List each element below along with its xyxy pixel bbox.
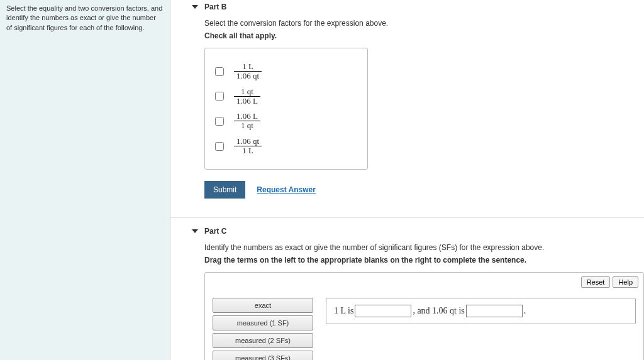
option-checkbox-1[interactable] <box>215 67 224 76</box>
part-c-title: Part C <box>204 227 226 236</box>
action-row: Submit Request Answer <box>204 181 644 199</box>
sentence-post: . <box>524 306 526 316</box>
sentence-box: 1 L is , and 1.06 qt is . <box>326 298 636 324</box>
help-button[interactable]: Help <box>613 276 638 288</box>
option-checkbox-4[interactable] <box>215 142 224 151</box>
terms-column: exact measured (1 SF) measured (2 SFs) m… <box>213 298 313 360</box>
fraction-1: 1 L 1.06 qt <box>234 62 262 81</box>
part-c-sub: Drag the terms on the left to the approp… <box>204 256 644 265</box>
reset-button[interactable]: Reset <box>581 276 611 288</box>
fraction-3: 1.06 L 1 qt <box>234 112 260 131</box>
part-c-instruction: Identify the numbers as exact or give th… <box>204 243 644 252</box>
part-b-title: Part B <box>204 3 226 11</box>
term-3sf[interactable]: measured (3 SFs) <box>213 351 313 360</box>
option-row: 1 qt 1.06 L <box>215 87 357 106</box>
part-c-header[interactable]: Part C <box>192 224 644 243</box>
sentence-pre: 1 L is <box>334 306 353 316</box>
part-b-body: Select the conversion factors for the ex… <box>192 19 644 199</box>
blank-1[interactable] <box>355 305 411 317</box>
caret-down-icon[interactable] <box>192 229 198 233</box>
part-b-sub: Check all that apply. <box>204 31 644 40</box>
term-2sf[interactable]: measured (2 SFs) <box>213 333 313 348</box>
vertical-divider <box>170 0 170 360</box>
term-1sf[interactable]: measured (1 SF) <box>213 315 313 330</box>
section-divider <box>170 217 644 218</box>
term-exact[interactable]: exact <box>213 298 313 313</box>
option-row: 1 L 1.06 qt <box>215 62 357 81</box>
option-row: 1.06 L 1 qt <box>215 112 357 131</box>
blank-2[interactable] <box>466 305 523 317</box>
part-b-instruction: Select the conversion factors for the ex… <box>204 19 644 28</box>
option-checkbox-2[interactable] <box>215 92 224 101</box>
prompt-text: Select the equality and two conversion f… <box>6 4 162 31</box>
drag-area: Reset Help exact measured (1 SF) measure… <box>204 272 644 360</box>
fraction-4: 1.06 qt 1 L <box>234 137 262 156</box>
option-checkbox-3[interactable] <box>215 117 224 126</box>
fraction-2: 1 qt 1.06 L <box>234 87 260 106</box>
part-c-body: Identify the numbers as exact or give th… <box>192 243 644 360</box>
part-b-header[interactable]: Part B <box>192 0 644 19</box>
option-row: 1.06 qt 1 L <box>215 137 357 156</box>
request-answer-link[interactable]: Request Answer <box>257 185 316 194</box>
caret-down-icon[interactable] <box>192 5 198 9</box>
sentence-mid: , and 1.06 qt is <box>413 306 464 316</box>
options-box: 1 L 1.06 qt 1 qt 1.06 L 1.06 L 1 qt <box>204 48 368 170</box>
question-prompt: Select the equality and two conversion f… <box>0 0 170 360</box>
submit-button[interactable]: Submit <box>204 181 245 199</box>
